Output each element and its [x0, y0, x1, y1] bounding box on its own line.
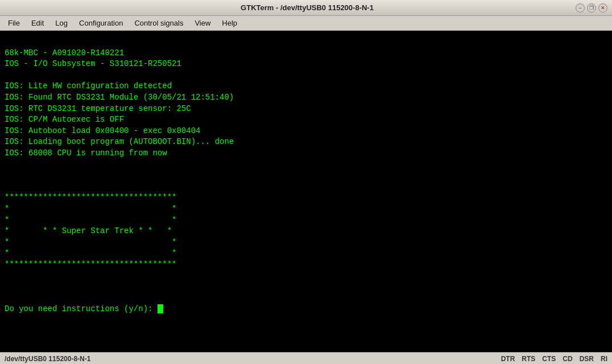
statusbar: /dev/ttyUSB0 115200-8-N-1 DTRRTSCTSCDDSR… [0, 352, 612, 364]
statusbar-left: /dev/ttyUSB0 115200-8-N-1 [5, 355, 95, 363]
terminal-line: IOS: RTC DS3231 temperature sensor: 25C [5, 104, 191, 113]
indicator-dtr: DTR [501, 355, 515, 363]
terminal-line: IOS: Lite HW configuration detected [5, 81, 172, 90]
menubar: FileEditLogConfigurationControl signalsV… [0, 16, 612, 31]
statusbar-right: DTRRTSCTSCDDSRRI [501, 355, 607, 363]
terminal-line: IOS - I/O Subsystem - S310121-R250521 [5, 59, 181, 68]
menu-item-control-signals[interactable]: Control signals [129, 18, 189, 28]
terminal-line: IOS: Autoboot load 0x00400 - exec 0x0040… [5, 126, 200, 135]
terminal-cursor [158, 304, 163, 313]
terminal-line: ************************************ [5, 193, 176, 202]
menu-item-configuration[interactable]: Configuration [73, 18, 129, 28]
port-label: /dev/ttyUSB0 115200-8-N-1 [5, 355, 90, 363]
terminal-line: * * [5, 249, 176, 258]
terminal-line: IOS: 68008 CPU is running from now [5, 148, 167, 158]
titlebar: GTKTerm - /dev/ttyUSB0 115200-8-N-1 – ❐ … [0, 0, 612, 16]
titlebar-title: GTKTerm - /dev/ttyUSB0 115200-8-N-1 [39, 3, 576, 12]
terminal-line: Do you need instructions (y/n): [5, 304, 158, 313]
terminal-line: * * [5, 216, 176, 225]
indicator-cts: CTS [542, 355, 556, 363]
terminal-line: IOS: Loading boot program (AUTOBOOT.BIN)… [5, 137, 234, 146]
terminal-line: 68k-MBC - A091020-R140221 [5, 48, 124, 57]
indicator-dsr: DSR [580, 355, 594, 363]
terminal-line: * * * Super Star Trek * * * [5, 226, 172, 235]
close-button[interactable]: ✕ [598, 3, 607, 13]
menu-item-edit[interactable]: Edit [26, 18, 49, 28]
menu-item-help[interactable]: Help [216, 18, 243, 28]
terminal-line: * * [5, 238, 176, 247]
terminal-line: IOS: Found RTC DS3231 Module (30/05/21 1… [5, 93, 234, 102]
restore-button[interactable]: ❐ [587, 3, 596, 13]
indicator-rts: RTS [522, 355, 535, 363]
terminal[interactable]: 68k-MBC - A091020-R140221 IOS - I/O Subs… [0, 31, 612, 352]
indicator-cd: CD [563, 355, 572, 363]
titlebar-controls: – ❐ ✕ [576, 3, 607, 13]
terminal-line: IOS: CP/M Autoexec is OFF [5, 115, 124, 124]
menu-item-view[interactable]: View [189, 18, 216, 28]
terminal-line: ************************************ [5, 260, 176, 269]
menu-item-file[interactable]: File [2, 18, 26, 28]
menu-item-log[interactable]: Log [49, 18, 73, 28]
indicator-ri: RI [601, 355, 607, 363]
minimize-button[interactable]: – [576, 3, 585, 13]
terminal-line: * * [5, 204, 176, 213]
